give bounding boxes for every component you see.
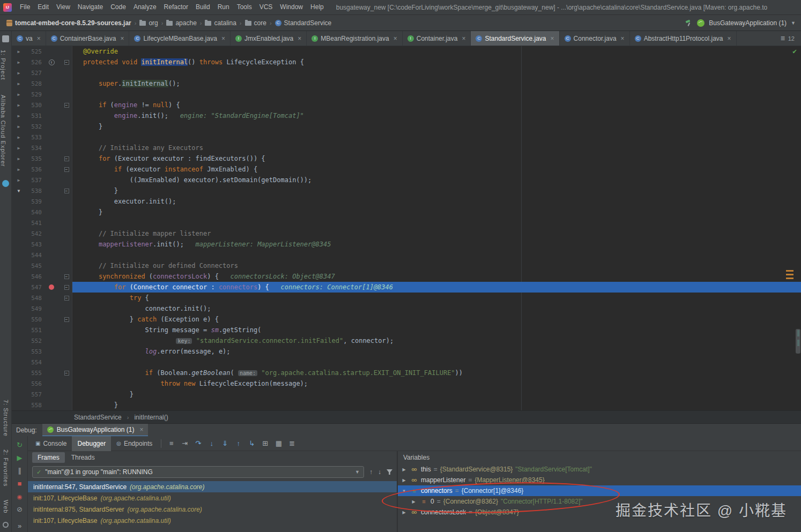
editor-tab-containerbase-java[interactable]: CContainerBase.java× — [46, 31, 130, 46]
restore-layout-icon[interactable]: ≡ — [165, 439, 178, 447]
breadcrumb-item-catalina[interactable]: catalina — [204, 19, 237, 27]
thread-selector[interactable]: ✓ "main"@1 in group "main": RUNNING ▼ — [32, 466, 364, 478]
menu-item-analyze[interactable]: Analyze — [130, 0, 160, 14]
menu-item-run[interactable]: Run — [214, 0, 233, 14]
breadcrumb-item-apache[interactable]: apache — [165, 19, 197, 27]
editor-tab-mbeanregistration-java[interactable]: IMBeanRegistration.java× — [307, 31, 402, 46]
menu-item-window[interactable]: Window — [276, 0, 307, 14]
fold-marker-icon[interactable]: − — [64, 274, 69, 279]
menu-item-file[interactable]: File — [16, 0, 34, 14]
expand-toggle-icon[interactable]: ▶ — [401, 478, 407, 483]
breakpoint-icon[interactable] — [49, 284, 54, 290]
stack-frame[interactable]: init:107, LifecycleBase(org.apache.catal… — [28, 515, 397, 526]
menu-item-refactor[interactable]: Refactor — [160, 0, 192, 14]
more-icon[interactable]: » — [18, 522, 21, 530]
gutter-arrow-icon[interactable]: ▶ — [12, 146, 26, 151]
tool-windows-toggle-icon[interactable] — [3, 522, 9, 528]
debug-tab-endpoints[interactable]: ◎Endpoints — [111, 436, 158, 451]
prev-frame-icon[interactable]: ↑ — [369, 468, 373, 476]
force-step-into-icon[interactable]: ⇓ — [218, 439, 232, 447]
breadcrumb-item-tomcat-embed-core-8-5-29-sources-jar[interactable]: tomcat-embed-core-8.5.29-sources.jar — [5, 19, 132, 27]
layout-settings-icon[interactable]: ▦ — [272, 439, 285, 447]
step-over-icon[interactable]: ↷ — [191, 439, 205, 447]
breadcrumb-method[interactable]: initInternal() — [134, 414, 168, 421]
scrollbar-thumb[interactable] — [796, 329, 800, 354]
gutter-arrow-icon[interactable]: ▶ — [12, 114, 26, 118]
step-into-icon[interactable]: ↓ — [205, 439, 218, 447]
pause-icon[interactable]: ∥ — [18, 467, 21, 475]
menu-item-tools[interactable]: Tools — [233, 0, 256, 14]
fold-marker-icon[interactable]: − — [64, 296, 69, 301]
frames-tab-threads[interactable]: Threads — [66, 452, 100, 463]
close-tab-icon[interactable]: × — [298, 35, 301, 42]
gutter-arrow-icon[interactable]: ▶ — [12, 103, 26, 108]
mute-breakpoints-icon[interactable]: ⊘ — [17, 506, 23, 513]
expand-toggle-icon[interactable]: ▶ — [401, 510, 407, 515]
gutter-arrow-icon[interactable]: ▶ — [12, 124, 26, 129]
gutter-arrow-icon[interactable]: ▶ — [12, 71, 26, 76]
stack-frame[interactable]: initInternal:547, StandardService(org.ap… — [28, 481, 397, 492]
rerun-icon[interactable]: ↻ — [17, 441, 23, 449]
filter-frames-icon[interactable] — [387, 469, 392, 475]
editor-tab-abstracthttp11protocol-java[interactable]: CAbstractHttp11Protocol.java× — [630, 31, 737, 46]
run-to-cursor-icon[interactable]: ↳ — [245, 439, 258, 447]
debug-session-tab[interactable]: BusGatewayApplication (1) × — [42, 424, 149, 437]
gutter-arrow-icon[interactable]: ▶ — [12, 92, 26, 97]
fold-marker-icon[interactable]: − — [64, 103, 69, 108]
fold-marker-icon[interactable]: − — [64, 156, 69, 161]
close-tab-icon[interactable]: × — [120, 35, 124, 42]
menu-item-code[interactable]: Code — [107, 0, 130, 14]
editor-tab-jmxenabled-java[interactable]: IJmxEnabled.java× — [231, 31, 307, 46]
gutter-arrow-icon[interactable]: ▶ — [12, 81, 26, 86]
evaluate-expression-icon[interactable]: ⊞ — [258, 439, 272, 447]
gutter-arrow-icon[interactable]: ▶ — [12, 49, 26, 54]
breadcrumb-item-standardservice[interactable]: CStandardService — [274, 19, 333, 27]
view-breakpoints-icon[interactable]: ◉ — [17, 493, 23, 500]
gutter-arrow-icon[interactable]: ▶ — [12, 178, 26, 183]
build-hammer-icon[interactable] — [685, 19, 693, 27]
close-tab-icon[interactable]: × — [621, 35, 625, 42]
variable-row-this[interactable]: ▶oothis={StandardService@8315}"StandardS… — [398, 464, 801, 475]
stripe-warning-mark[interactable] — [786, 274, 793, 275]
stack-frame[interactable]: init:107, LifecycleBase(org.apache.catal… — [28, 492, 397, 504]
editor-tab-connector-java[interactable]: CConnector.java× — [560, 31, 630, 46]
gutter-arrow-icon[interactable]: ▶ — [12, 60, 26, 65]
menu-item-navigate[interactable]: Navigate — [74, 0, 107, 14]
breadcrumb-item-org[interactable]: org — [138, 19, 159, 27]
menu-item-vcs[interactable]: VCS — [256, 0, 277, 14]
gutter-arrow-icon[interactable]: ▶ — [12, 167, 26, 172]
fold-marker-icon[interactable]: − — [64, 371, 69, 376]
close-tab-icon[interactable]: × — [37, 35, 41, 42]
cloud-tool-icon[interactable] — [2, 180, 9, 187]
debug-tab-debugger[interactable]: Debugger — [72, 436, 111, 451]
variable-row-connectors[interactable]: ▼≡connectors={Connector[1]@8346} — [398, 485, 801, 496]
expand-toggle-icon[interactable]: ▶ — [411, 499, 417, 504]
expand-toggle-icon[interactable]: ▶ — [401, 467, 407, 472]
editor-tab-lifecyclembeanbase-java[interactable]: CLifecycleMBeanBase.java× — [129, 31, 230, 46]
project-tool-icon[interactable] — [2, 35, 9, 42]
expand-toggle-icon[interactable]: ▼ — [401, 489, 407, 493]
fold-marker-icon[interactable]: − — [64, 285, 69, 290]
menu-item-view[interactable]: View — [53, 0, 74, 14]
resume-icon[interactable]: ▶ — [17, 454, 23, 462]
chevron-down-icon[interactable]: ▼ — [791, 20, 796, 26]
close-icon[interactable]: × — [139, 426, 143, 433]
override-marker-icon[interactable]: ↑ — [49, 59, 55, 65]
breadcrumb-item-core[interactable]: core — [244, 19, 268, 27]
breadcrumb-class[interactable]: StandardService — [74, 414, 122, 421]
stack-frame[interactable]: initInternal:875, StandardServer(org.apa… — [28, 504, 397, 515]
variable-row-mapperlistener[interactable]: ▶oomapperListener={MapperListener@8345} — [398, 475, 801, 485]
fold-marker-icon[interactable]: − — [64, 317, 69, 322]
frames-tab-frames[interactable]: Frames — [32, 452, 65, 463]
menu-item-edit[interactable]: Edit — [34, 0, 53, 14]
close-tab-icon[interactable]: × — [221, 35, 225, 42]
menu-item-help[interactable]: Help — [307, 0, 328, 14]
show-execution-point-icon[interactable]: ⇥ — [178, 439, 191, 447]
editor-tab-va[interactable]: Cva× — [12, 31, 46, 46]
stripe-warning-mark[interactable] — [786, 270, 793, 272]
menu-item-build[interactable]: Build — [192, 0, 214, 14]
tool-button-alibaba-cloud-explorer[interactable]: Alibaba Cloud Explorer — [0, 95, 6, 167]
editor-tab-standardservice-java[interactable]: CStandardService.java× — [471, 31, 559, 46]
tool-button-1-project[interactable]: 1: Project — [0, 50, 6, 80]
run-config-selector[interactable]: BusGatewayApplication (1) — [709, 19, 787, 27]
